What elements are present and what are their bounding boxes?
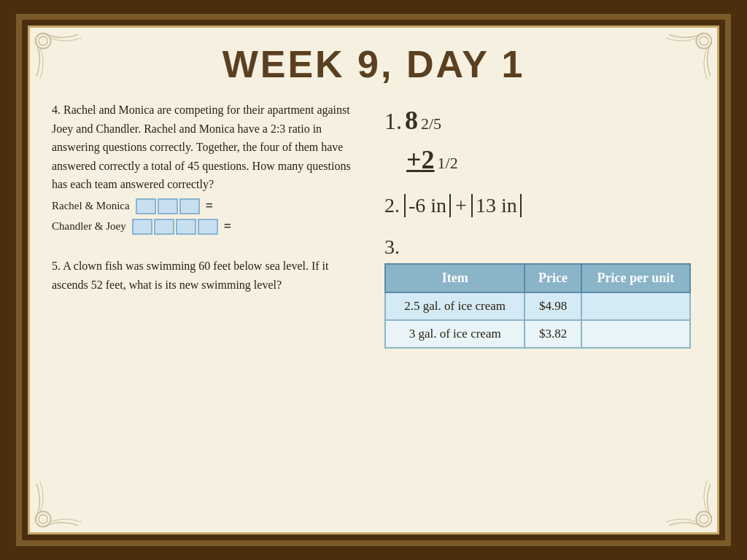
problem-1-line1: 1. 8 2/5 xyxy=(384,101,695,140)
ratio-box-7 xyxy=(198,219,218,235)
ratio-box-3 xyxy=(179,198,200,214)
svg-point-1 xyxy=(39,36,47,45)
problem-1-line2: +2 1/2 xyxy=(406,140,695,179)
problem-2-val2: 13 in xyxy=(471,194,522,217)
problem-2-val1: -6 in xyxy=(404,194,451,217)
problem-1-fraction1: 2/5 xyxy=(421,112,441,136)
problem-2-operator: + xyxy=(455,194,467,217)
corner-decoration-bl xyxy=(34,478,85,529)
problem-1-fraction2: 1/2 xyxy=(438,151,458,175)
equals-1: = xyxy=(206,198,213,214)
problem-1-whole: 8 xyxy=(405,101,418,140)
row2-price: $3.82 xyxy=(525,320,581,348)
problem-5: 5. A clown fish was swimming 60 feet bel… xyxy=(52,257,363,294)
rachel-monica-boxes xyxy=(136,198,200,214)
problem-5-label: 5. xyxy=(52,260,61,272)
right-column: 4. Rachel and Monica are competing for t… xyxy=(52,101,363,356)
ratio-box-5 xyxy=(154,219,174,235)
svg-point-3 xyxy=(700,36,708,45)
price-table: Item Price Price per unit 2.5 gal. of ic… xyxy=(384,263,691,349)
row1-price-per-unit xyxy=(581,292,690,320)
content-grid: 1. 8 2/5 +2 1/2 2. -6 in + 13 in xyxy=(52,101,695,356)
row1-price: $4.98 xyxy=(525,292,581,320)
table-row: 2.5 gal. of ice cream $4.98 xyxy=(385,292,690,320)
problem-4-text: 4. Rachel and Monica are competing for t… xyxy=(52,101,363,194)
ratio-box-1 xyxy=(136,198,156,214)
page-title: WEEK 9, DAY 1 xyxy=(52,42,695,86)
corner-decoration-tr xyxy=(662,31,713,82)
col-header-price-per-unit: Price per unit xyxy=(581,264,690,292)
outer-border: WEEK 9, DAY 1 1. 8 2/5 +2 1/2 xyxy=(16,14,731,546)
ratio-box-6 xyxy=(176,219,196,235)
inner-card: WEEK 9, DAY 1 1. 8 2/5 +2 1/2 xyxy=(28,26,719,534)
problem-5-body: A clown fish was swimming 60 feet below … xyxy=(52,260,329,291)
row2-price-per-unit xyxy=(581,320,690,348)
corner-decoration-br xyxy=(662,478,713,529)
problem-4-body: Rachel and Monica are competing for thei… xyxy=(52,104,351,190)
svg-point-5 xyxy=(39,515,47,524)
chandler-joey-row: Chandler & Joey = xyxy=(52,219,363,235)
rachel-monica-label: Rachel & Monica xyxy=(52,200,130,212)
left-column: 1. 8 2/5 +2 1/2 2. -6 in + 13 in xyxy=(384,101,695,349)
svg-point-7 xyxy=(700,515,708,524)
problem-1-label: 1. xyxy=(384,104,402,139)
problem-2: 2. -6 in + 13 in xyxy=(384,194,695,217)
problem-4-label: 4. xyxy=(52,104,61,116)
problem-2-label: 2. xyxy=(384,194,400,217)
ratio-box-2 xyxy=(158,198,178,214)
problem-1-operator: +2 xyxy=(406,140,435,179)
row1-item: 2.5 gal. of ice cream xyxy=(385,292,525,320)
table-header-row: Item Price Price per unit xyxy=(385,264,690,292)
ratio-box-4 xyxy=(132,219,152,235)
equals-2: = xyxy=(224,219,231,234)
rachel-monica-row: Rachel & Monica = xyxy=(52,198,363,214)
chandler-joey-boxes xyxy=(132,219,218,235)
chandler-joey-label: Chandler & Joey xyxy=(52,220,126,233)
col-header-price: Price xyxy=(525,264,581,292)
problem-4: 4. Rachel and Monica are competing for t… xyxy=(52,101,363,235)
problem-1: 1. 8 2/5 +2 1/2 xyxy=(384,101,695,179)
problem-3-label: 3. xyxy=(384,236,695,259)
corner-decoration-tl xyxy=(34,31,85,82)
row2-item: 3 gal. of ice cream xyxy=(385,320,525,348)
table-row: 3 gal. of ice cream $3.82 xyxy=(385,320,690,348)
col-header-item: Item xyxy=(385,264,525,292)
problem-3: 3. Item Price Price per unit 2.5 gal. of xyxy=(384,236,695,349)
